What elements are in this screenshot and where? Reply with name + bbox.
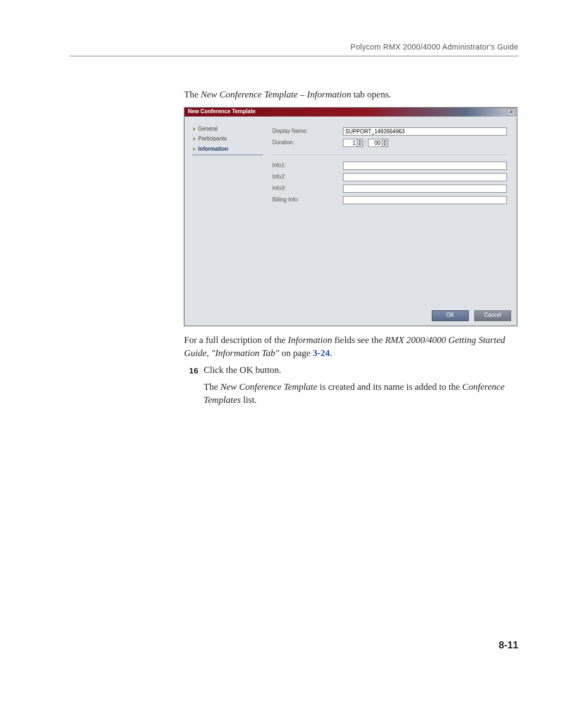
- info2-input[interactable]: [343, 173, 507, 181]
- page-reference-link[interactable]: 3-24: [313, 348, 330, 358]
- intro-paragraph: The New Conference Template – Informatio…: [184, 88, 518, 102]
- after-p1-d: .: [330, 348, 332, 358]
- display-name-input[interactable]: [343, 127, 507, 136]
- info3-input[interactable]: [343, 185, 507, 193]
- after-p1-c: on page: [279, 348, 313, 358]
- step-16: 16 Click the OK button. The New Conferen…: [184, 364, 518, 410]
- ok-button[interactable]: OK: [432, 310, 469, 321]
- after-p1-i1: Information: [288, 335, 332, 345]
- page-number: 8-11: [499, 640, 518, 651]
- step-line1: Click the OK button.: [204, 364, 518, 377]
- duration-minutes-spinner[interactable]: ▲▼: [382, 139, 388, 147]
- after-paragraph: For a full description of the Informatio…: [184, 334, 518, 360]
- info1-input[interactable]: [343, 162, 507, 170]
- dialog-titlebar: New Conference Template ×: [185, 108, 517, 117]
- running-header: Polycom RMX 2000/4000 Administrator's Gu…: [70, 42, 518, 51]
- sidenav-label-participants: Participants: [198, 135, 226, 143]
- close-icon[interactable]: ×: [507, 108, 516, 116]
- intro-prefix: The: [184, 89, 201, 100]
- step-number: 16: [184, 364, 198, 410]
- duration-hours-input[interactable]: [343, 139, 357, 147]
- step-l2-a: The: [204, 382, 220, 392]
- sidenav-item-general[interactable]: General: [189, 124, 265, 134]
- step-l2-b: is created and its name is added to the: [317, 382, 462, 392]
- intro-italic: New Conference Template – Information: [201, 89, 351, 100]
- label-info1: Info1:: [272, 162, 343, 170]
- step-l2-i1: New Conference Template: [220, 382, 317, 392]
- header-rule: [70, 56, 518, 57]
- duration-hours-spinner[interactable]: ▲▼: [357, 139, 363, 147]
- intro-suffix: tab opens.: [351, 89, 391, 100]
- chevron-right-icon: [193, 127, 195, 131]
- label-display-name: Display Name:: [272, 127, 343, 136]
- new-conference-template-dialog: New Conference Template × General Partic…: [184, 107, 517, 326]
- label-billing: Billing Info:: [272, 196, 343, 204]
- sidenav-item-participants[interactable]: Participants: [189, 134, 265, 144]
- after-p1-a: For a full description of the: [184, 335, 288, 345]
- label-info3: Info3:: [272, 185, 343, 193]
- chevron-right-icon: [193, 148, 195, 151]
- dialog-sidenav: General Participants Information: [189, 121, 265, 303]
- duration-colon: :: [363, 139, 368, 147]
- label-info2: Info2:: [272, 173, 343, 181]
- label-duration: Duration:: [272, 139, 343, 147]
- step-line2: The New Conference Template is created a…: [204, 381, 518, 407]
- dialog-title: New Conference Template: [188, 108, 507, 116]
- sidenav-item-information[interactable]: Information: [189, 144, 265, 155]
- duration-stepper: ▲▼ : ▲▼: [343, 139, 388, 147]
- step-l2-c: list.: [241, 395, 256, 405]
- chevron-right-icon: [193, 137, 195, 140]
- sidenav-label-information: Information: [198, 145, 228, 154]
- sidenav-label-general: General: [198, 125, 218, 133]
- duration-minutes-input[interactable]: [368, 139, 382, 147]
- dialog-form: Display Name: Duration: ▲▼ :: [265, 121, 512, 303]
- after-p1-b: fields see the: [332, 335, 385, 345]
- billing-input[interactable]: [343, 196, 507, 204]
- cancel-button[interactable]: Cancel: [474, 310, 511, 321]
